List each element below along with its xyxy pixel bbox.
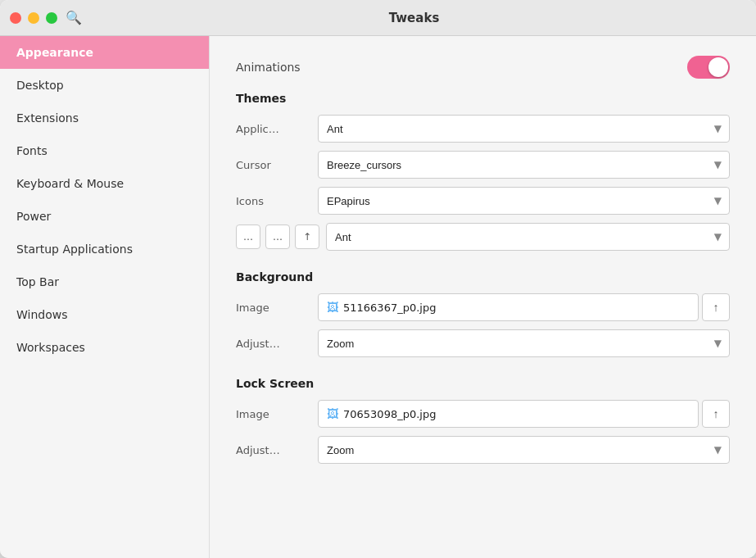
main-window: 🔍 Tweaks Appearance Desktop Extensions F… bbox=[0, 0, 756, 558]
background-adjustment-row: Adjust… Zoom Centered Scaled Stretched S… bbox=[236, 329, 730, 357]
sidebar-item-startup-applications[interactable]: Startup Applications bbox=[0, 233, 209, 265]
ellipsis-btn-2[interactable]: … bbox=[265, 225, 290, 249]
themes-title: Themes bbox=[236, 92, 730, 105]
sidebar-item-appearance[interactable]: Appearance bbox=[0, 36, 209, 69]
icons-theme-label: Icons bbox=[236, 195, 318, 207]
toggle-thumb bbox=[708, 57, 728, 77]
lock-screen-upload-button[interactable]: ↑ bbox=[702, 400, 730, 428]
background-file-icon: 🖼 bbox=[327, 301, 338, 314]
cursor-theme-row: Cursor Breeze_cursors DMZ-Black DMZ-Whit… bbox=[236, 151, 730, 179]
sidebar-item-extensions[interactable]: Extensions bbox=[0, 102, 209, 134]
application-theme-dropdown-wrapper: Ant Adwaita Adwaita-dark Arc Arc-Dark ▼ bbox=[318, 115, 730, 143]
titlebar: 🔍 Tweaks bbox=[0, 0, 756, 36]
content-area: Appearance Desktop Extensions Fonts Keyb… bbox=[0, 36, 756, 558]
themes-section: Themes Applic… Ant Adwaita Adwaita-dark … bbox=[236, 92, 730, 251]
lock-screen-section: Lock Screen Image 🖼 70653098_p0.jpg ↑ Ad… bbox=[236, 377, 730, 464]
background-image-field: 🖼 51166367_p0.jpg bbox=[318, 293, 699, 321]
sidebar: Appearance Desktop Extensions Fonts Keyb… bbox=[0, 36, 210, 558]
background-upload-button[interactable]: ↑ bbox=[702, 293, 730, 321]
cursor-theme-select[interactable]: Breeze_cursors DMZ-Black DMZ-White Adwai… bbox=[318, 151, 730, 179]
shell-theme-select[interactable]: Ant Adwaita Arc Arc-Dark bbox=[326, 223, 730, 251]
lock-screen-filename: 70653098_p0.jpg bbox=[343, 408, 436, 420]
sidebar-item-workspaces[interactable]: Workspaces bbox=[0, 331, 209, 364]
background-section: Background Image 🖼 51166367_p0.jpg ↑ Adj… bbox=[236, 270, 730, 357]
background-adjustment-dropdown-wrapper: Zoom Centered Scaled Stretched Spanned W… bbox=[318, 329, 730, 357]
window-controls bbox=[10, 12, 57, 24]
search-icon[interactable]: 🔍 bbox=[66, 10, 82, 25]
animations-toggle-container bbox=[687, 56, 730, 79]
icons-theme-select[interactable]: EPapirus Papirus Adwaita hicolor bbox=[318, 187, 730, 215]
background-image-row: Image 🖼 51166367_p0.jpg ↑ bbox=[236, 293, 730, 321]
lock-screen-adjustment-dropdown-wrapper: Zoom Centered Scaled Stretched Spanned W… bbox=[318, 436, 730, 464]
lock-screen-adjustment-label: Adjust… bbox=[236, 444, 318, 456]
sidebar-item-power[interactable]: Power bbox=[0, 200, 209, 233]
application-theme-label: Applic… bbox=[236, 123, 318, 135]
background-upload-icon: ↑ bbox=[713, 301, 719, 314]
animations-row: Animations bbox=[236, 56, 730, 79]
minimize-button[interactable] bbox=[28, 12, 39, 24]
ellipsis-btn-1[interactable]: … bbox=[236, 225, 260, 249]
application-theme-row: Applic… Ant Adwaita Adwaita-dark Arc Arc… bbox=[236, 115, 730, 143]
icons-theme-dropdown-wrapper: EPapirus Papirus Adwaita hicolor ▼ bbox=[318, 187, 730, 215]
animations-toggle[interactable] bbox=[687, 56, 730, 79]
animations-label: Animations bbox=[236, 61, 301, 74]
cursor-theme-dropdown-wrapper: Breeze_cursors DMZ-Black DMZ-White Adwai… bbox=[318, 151, 730, 179]
shell-theme-dropdown-wrapper: Ant Adwaita Arc Arc-Dark ▼ bbox=[326, 223, 730, 251]
main-panel: Animations Themes Applic… Ant Adwait bbox=[210, 36, 756, 558]
sidebar-item-top-bar[interactable]: Top Bar bbox=[0, 265, 209, 298]
ellipsis-icon-1: … bbox=[243, 231, 253, 243]
sidebar-item-desktop[interactable]: Desktop bbox=[0, 69, 209, 102]
lock-screen-title: Lock Screen bbox=[236, 377, 730, 390]
upload-theme-btn[interactable]: ↑ bbox=[295, 225, 319, 249]
lock-screen-image-field: 🖼 70653098_p0.jpg bbox=[318, 400, 699, 428]
background-filename: 51166367_p0.jpg bbox=[343, 302, 436, 314]
shell-theme-label-group: … … ↑ bbox=[236, 225, 319, 249]
shell-theme-row: … … ↑ Ant Adwaita Arc bbox=[236, 223, 730, 251]
icons-theme-row: Icons EPapirus Papirus Adwaita hicolor ▼ bbox=[236, 187, 730, 215]
sidebar-item-keyboard-mouse[interactable]: Keyboard & Mouse bbox=[0, 167, 209, 200]
lock-screen-upload-icon: ↑ bbox=[713, 407, 719, 420]
lock-screen-file-icon: 🖼 bbox=[327, 407, 338, 420]
lock-screen-image-row: Image 🖼 70653098_p0.jpg ↑ bbox=[236, 400, 730, 428]
lock-screen-image-label: Image bbox=[236, 408, 318, 420]
app-title: Tweaks bbox=[82, 11, 746, 25]
background-adjustment-label: Adjust… bbox=[236, 338, 318, 350]
sidebar-item-windows[interactable]: Windows bbox=[0, 298, 209, 331]
cursor-theme-label: Cursor bbox=[236, 159, 318, 171]
maximize-button[interactable] bbox=[46, 12, 57, 24]
sidebar-item-fonts[interactable]: Fonts bbox=[0, 134, 209, 167]
upload-theme-icon: ↑ bbox=[303, 231, 311, 243]
background-title: Background bbox=[236, 270, 730, 284]
background-image-label: Image bbox=[236, 302, 318, 314]
ellipsis-icon-2: … bbox=[273, 231, 283, 243]
background-adjustment-select[interactable]: Zoom Centered Scaled Stretched Spanned W… bbox=[318, 329, 730, 357]
close-button[interactable] bbox=[10, 12, 21, 24]
application-theme-select[interactable]: Ant Adwaita Adwaita-dark Arc Arc-Dark bbox=[318, 115, 730, 143]
lock-screen-adjustment-select[interactable]: Zoom Centered Scaled Stretched Spanned W… bbox=[318, 436, 730, 464]
lock-screen-adjustment-row: Adjust… Zoom Centered Scaled Stretched S… bbox=[236, 436, 730, 464]
